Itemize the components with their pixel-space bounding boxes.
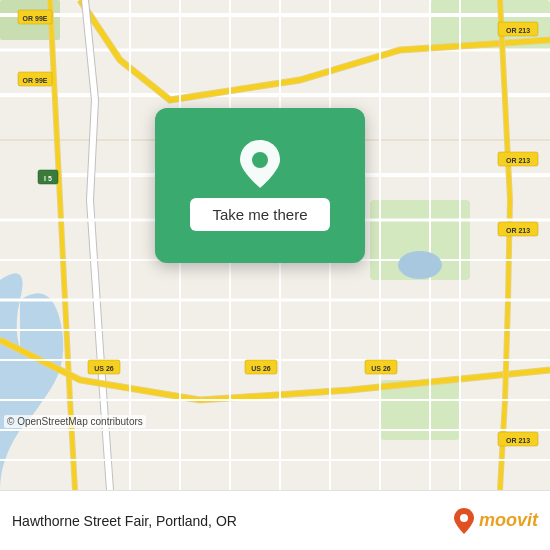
svg-point-47: [252, 152, 268, 168]
svg-text:OR 99E: OR 99E: [23, 77, 48, 84]
svg-text:OR 213: OR 213: [506, 437, 530, 444]
svg-text:US 26: US 26: [251, 365, 271, 372]
svg-text:US 26: US 26: [94, 365, 114, 372]
moovit-brand-text: moovit: [479, 510, 538, 531]
svg-point-48: [460, 514, 468, 522]
map-container: OR 99E OR 99E I 5 OR 213 OR 213 OR 213 O…: [0, 0, 550, 490]
svg-text:US 26: US 26: [371, 365, 391, 372]
navigation-card: Take me there: [155, 108, 365, 263]
bottom-bar: Hawthorne Street Fair, Portland, OR moov…: [0, 490, 550, 550]
take-me-there-button[interactable]: Take me there: [190, 198, 329, 231]
place-name: Hawthorne Street Fair, Portland, OR: [12, 513, 237, 529]
svg-point-46: [398, 251, 442, 279]
svg-text:OR 213: OR 213: [506, 27, 530, 34]
svg-text:I 5: I 5: [44, 175, 52, 182]
svg-text:OR 213: OR 213: [506, 227, 530, 234]
svg-text:OR 99E: OR 99E: [23, 15, 48, 22]
svg-text:OR 213: OR 213: [506, 157, 530, 164]
moovit-pin-icon: [453, 507, 475, 535]
moovit-logo: moovit: [453, 507, 538, 535]
map-attribution: © OpenStreetMap contributors: [4, 415, 146, 428]
location-pin-icon: [236, 140, 284, 188]
